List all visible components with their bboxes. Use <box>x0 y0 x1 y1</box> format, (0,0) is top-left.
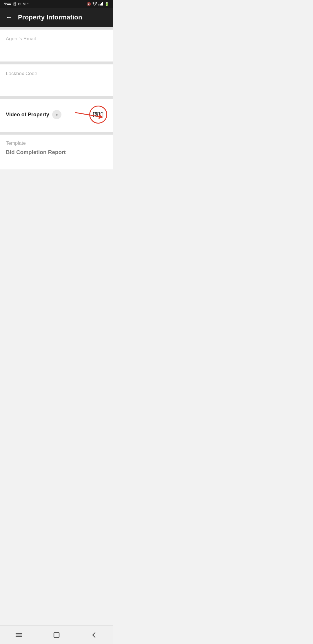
lockbox-code-label: Lockbox Code <box>6 71 37 76</box>
back-button[interactable]: ← <box>5 12 13 22</box>
svg-rect-0 <box>99 4 99 6</box>
image-icon: 🖼 <box>12 2 16 6</box>
template-section: Template Bid Completion Report <box>0 135 113 169</box>
signal-icon <box>99 2 103 6</box>
mail-icon: M <box>23 2 26 6</box>
camera-video-button[interactable] <box>89 106 107 124</box>
template-value: Bid Completion Report <box>6 149 107 155</box>
section-divider-1 <box>0 27 113 30</box>
wifi-icon <box>92 2 97 6</box>
chevron-double-icon: » <box>52 110 61 119</box>
svg-rect-2 <box>101 3 102 6</box>
svg-rect-3 <box>102 2 103 6</box>
status-bar: 9:44 🖼 ⚙ M • 🔇 🔋 <box>0 0 113 8</box>
agent-email-label: Agent's Email <box>6 36 36 41</box>
page-title: Property Information <box>18 14 82 21</box>
mute-icon: 🔇 <box>87 2 91 6</box>
status-bar-right: 🔇 🔋 <box>87 2 109 6</box>
camera-video-icon <box>93 109 103 120</box>
bottom-spacer <box>0 169 113 190</box>
svg-rect-1 <box>100 4 101 6</box>
gear-icon: ⚙ <box>18 2 21 6</box>
section-divider-4 <box>0 132 113 135</box>
lockbox-code-section: Lockbox Code <box>0 64 113 96</box>
video-of-property-label: Video of Property <box>6 112 49 118</box>
section-divider-3 <box>0 96 113 99</box>
template-label: Template <box>6 140 107 146</box>
video-of-property-section: Video of Property » <box>0 99 113 132</box>
svg-point-8 <box>96 114 97 115</box>
camera-video-button-wrapper <box>89 106 107 124</box>
section-divider-2 <box>0 61 113 64</box>
time-display: 9:44 <box>4 2 11 6</box>
svg-marker-10 <box>100 112 103 117</box>
header: ← Property Information <box>0 8 113 27</box>
dot-icon: • <box>27 2 28 6</box>
agent-email-section: Agent's Email <box>0 30 113 61</box>
status-bar-left: 9:44 🖼 ⚙ M • <box>4 2 29 6</box>
video-row-left: Video of Property » <box>6 110 61 119</box>
svg-rect-9 <box>95 112 97 113</box>
battery-icon: 🔋 <box>105 2 109 6</box>
